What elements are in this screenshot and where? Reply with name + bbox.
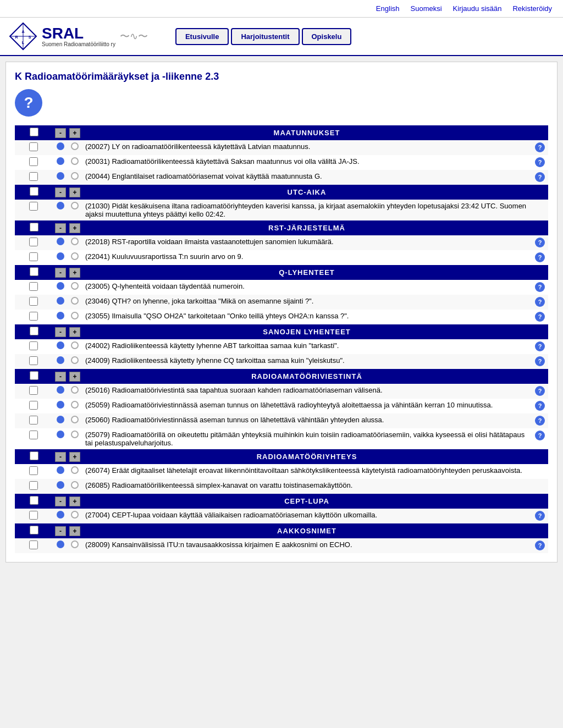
section-plus-rst-jarjestelma[interactable]: + xyxy=(69,223,80,233)
info-icon-20044[interactable]: ? xyxy=(535,172,545,182)
radio-false-icon-22041[interactable] xyxy=(71,252,79,260)
radio-true-icon-28009[interactable] xyxy=(57,541,64,548)
info-icon-23055[interactable]: ? xyxy=(535,312,545,322)
question-checkbox-23005[interactable] xyxy=(29,282,38,291)
radio-true-icon-20027[interactable] xyxy=(57,142,64,150)
radio-true-24002[interactable] xyxy=(53,339,68,354)
info-icon-25079[interactable]: ? xyxy=(535,431,545,440)
radio-true-20031[interactable] xyxy=(53,155,68,170)
radio-false-23005[interactable] xyxy=(68,280,82,295)
section-plus-radioamatooriyhteys[interactable]: + xyxy=(69,452,80,462)
radio-true-21030[interactable] xyxy=(53,200,68,220)
info-icon-20031[interactable]: ? xyxy=(535,157,545,167)
radio-true-icon-25016[interactable] xyxy=(57,386,64,394)
radio-true-20044[interactable] xyxy=(53,170,68,185)
radio-false-icon-21030[interactable] xyxy=(71,202,79,209)
radio-false-icon-25016[interactable] xyxy=(71,386,79,394)
section-checkbox-radioamatooriviestitna[interactable] xyxy=(30,371,38,380)
radio-true-icon-24009[interactable] xyxy=(57,356,64,364)
section-plus-radioamatooriviestitna[interactable]: + xyxy=(69,372,80,382)
info-icon-24009[interactable]: ? xyxy=(535,356,545,366)
section-plus-sanojen-lyhenteet[interactable]: + xyxy=(69,327,80,337)
radio-false-icon-26074[interactable] xyxy=(71,466,79,474)
radio-true-icon-25060[interactable] xyxy=(57,416,64,423)
nav-suomeksi[interactable]: Suomeksi xyxy=(411,4,442,13)
info-icon-25016[interactable]: ? xyxy=(535,386,545,396)
radio-false-icon-25059[interactable] xyxy=(71,401,79,409)
section-checkbox-aakkosnimet[interactable] xyxy=(30,526,38,534)
radio-false-22041[interactable] xyxy=(68,250,82,265)
radio-true-25016[interactable] xyxy=(53,384,68,399)
section-plus-utc-aika[interactable]: + xyxy=(69,187,80,197)
info-icon-25059[interactable]: ? xyxy=(535,401,545,411)
radio-false-25059[interactable] xyxy=(68,399,82,413)
radio-false-icon-25079[interactable] xyxy=(71,431,79,438)
info-icon-23046[interactable]: ? xyxy=(535,297,545,307)
radio-false-25079[interactable] xyxy=(68,428,82,449)
radio-false-28009[interactable] xyxy=(68,538,82,553)
radio-false-icon-26085[interactable] xyxy=(71,481,79,489)
section-checkbox-q-lyhenteet[interactable] xyxy=(30,267,38,276)
radio-false-26085[interactable] xyxy=(68,479,82,494)
radio-false-icon-23055[interactable] xyxy=(71,312,79,319)
question-checkbox-20031[interactable] xyxy=(29,157,38,166)
question-checkbox-22041[interactable] xyxy=(29,252,38,261)
section-plus-q-lyhenteet[interactable]: + xyxy=(69,268,80,278)
radio-false-icon-20031[interactable] xyxy=(71,157,79,165)
radio-true-23046[interactable] xyxy=(53,295,68,310)
nav-english[interactable]: English xyxy=(376,4,400,13)
radio-false-23055[interactable] xyxy=(68,310,82,324)
radio-false-24009[interactable] xyxy=(68,354,82,369)
info-icon-22018[interactable]: ? xyxy=(535,238,545,247)
radio-false-icon-27004[interactable] xyxy=(71,511,79,519)
radio-true-icon-20044[interactable] xyxy=(57,172,64,180)
radio-false-icon-22018[interactable] xyxy=(71,238,79,245)
nav-register[interactable]: Rekisteröidy xyxy=(512,4,552,13)
nav-opiskelu[interactable]: Opiskelu xyxy=(302,28,352,45)
section-checkbox-cept-lupa[interactable] xyxy=(30,496,38,505)
help-icon[interactable]: ? xyxy=(15,89,42,117)
radio-true-22041[interactable] xyxy=(53,250,68,265)
radio-true-icon-23046[interactable] xyxy=(57,297,64,305)
radio-true-22018[interactable] xyxy=(53,235,68,250)
section-checkbox-utc-aika[interactable] xyxy=(30,187,38,196)
question-checkbox-25079[interactable] xyxy=(29,431,38,439)
section-checkbox-radioamatooriyhteys[interactable] xyxy=(30,451,38,460)
radio-true-24009[interactable] xyxy=(53,354,68,369)
radio-false-icon-24009[interactable] xyxy=(71,356,79,364)
section-checkbox-maatunnukset[interactable] xyxy=(30,128,38,136)
section-minus-sanojen-lyhenteet[interactable]: - xyxy=(55,327,66,337)
section-minus-radioamatooriviestitna[interactable]: - xyxy=(55,372,66,382)
info-icon-24002[interactable]: ? xyxy=(535,341,545,351)
info-icon-22041[interactable]: ? xyxy=(535,252,545,262)
radio-true-icon-22041[interactable] xyxy=(57,252,64,260)
radio-false-icon-23046[interactable] xyxy=(71,297,79,305)
radio-true-27004[interactable] xyxy=(53,509,68,523)
radio-true-icon-21030[interactable] xyxy=(57,202,64,209)
info-icon-27004[interactable]: ? xyxy=(535,511,545,521)
radio-true-icon-23005[interactable] xyxy=(57,282,64,290)
section-minus-utc-aika[interactable]: - xyxy=(55,187,66,197)
radio-false-23046[interactable] xyxy=(68,295,82,310)
section-checkbox-sanojen-lyhenteet[interactable] xyxy=(30,327,38,335)
radio-true-25060[interactable] xyxy=(53,413,68,428)
radio-true-icon-25059[interactable] xyxy=(57,401,64,409)
info-icon-20027[interactable]: ? xyxy=(535,142,545,152)
info-icon-23005[interactable]: ? xyxy=(535,282,545,292)
radio-false-icon-23005[interactable] xyxy=(71,282,79,290)
section-minus-aakkosnimet[interactable]: - xyxy=(55,526,66,536)
radio-true-icon-26074[interactable] xyxy=(57,466,64,474)
question-checkbox-26074[interactable] xyxy=(29,466,38,475)
section-checkbox-rst-jarjestelma[interactable] xyxy=(30,223,38,231)
info-icon-25060[interactable]: ? xyxy=(535,416,545,426)
radio-false-22018[interactable] xyxy=(68,235,82,250)
section-plus-maatunnukset[interactable]: + xyxy=(69,128,80,138)
question-checkbox-26085[interactable] xyxy=(29,481,38,490)
nav-login[interactable]: Kirjaudu sisään xyxy=(453,4,502,13)
radio-true-23005[interactable] xyxy=(53,280,68,295)
radio-true-icon-24002[interactable] xyxy=(57,341,64,349)
radio-true-26085[interactable] xyxy=(53,479,68,494)
section-minus-q-lyhenteet[interactable]: - xyxy=(55,268,66,278)
radio-true-28009[interactable] xyxy=(53,538,68,553)
radio-false-icon-20027[interactable] xyxy=(71,142,79,150)
